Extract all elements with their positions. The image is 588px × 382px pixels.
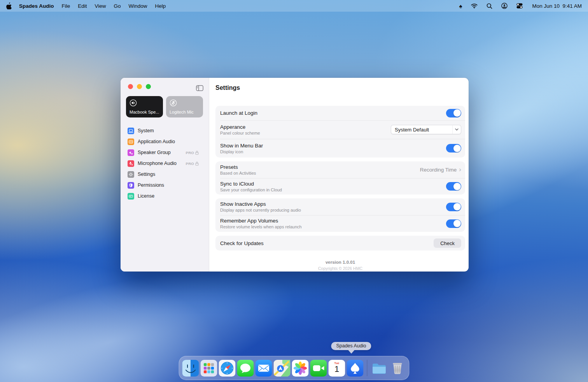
dock-mail-icon[interactable]: [256, 360, 272, 377]
menu-help[interactable]: Help: [151, 3, 170, 9]
menubar-clock[interactable]: Mon Jun 10 9:41 AM: [532, 3, 582, 9]
dock-maps-icon[interactable]: [274, 360, 290, 377]
search-icon[interactable]: [486, 3, 492, 9]
row-label: Show in Menu Bar: [220, 143, 263, 149]
sidebar-item-label: Settings: [138, 172, 155, 177]
sidebar-nav: System Application Audio Speaker Group P…: [126, 127, 204, 200]
row-sublabel: Save your configuration in Cloud: [220, 187, 282, 192]
chevron-right-icon: ›: [459, 166, 461, 173]
copyright-text: Copyrights © 2026 HMC: [215, 266, 465, 271]
check-updates-button[interactable]: Check: [434, 238, 461, 248]
appearance-select[interactable]: System Default: [391, 125, 461, 134]
dock-divider: [367, 360, 368, 376]
launch-at-login-toggle[interactable]: [446, 109, 461, 117]
show-in-menu-bar-toggle[interactable]: [446, 144, 461, 152]
mic-plus-icon: [128, 160, 134, 167]
sidebar-item-label: Application Audio: [138, 139, 175, 144]
sidebar-item-microphone-audio[interactable]: Microphone Audio PRO: [126, 159, 204, 167]
dock-safari-icon[interactable]: [219, 360, 236, 377]
control-center-icon[interactable]: [516, 3, 523, 9]
app-window-icon: [128, 138, 134, 145]
menu-go[interactable]: Go: [110, 3, 125, 9]
sidebar-item-settings[interactable]: Settings: [126, 170, 204, 178]
sidebar-item-label: System: [138, 128, 154, 133]
sidebar-item-license[interactable]: License: [126, 192, 204, 200]
dock-calendar-icon[interactable]: Tue 1: [329, 360, 345, 377]
speaker-circle-icon: [130, 99, 159, 108]
zoom-button[interactable]: [146, 84, 151, 89]
lock-icon: [195, 161, 199, 166]
device-name: Macbook Spe...: [130, 110, 159, 114]
dock-tooltip: Spades Audio: [331, 342, 371, 350]
sidebar-item-application-audio[interactable]: Application Audio: [126, 138, 204, 145]
row-sublabel: Restore volume levels when apps relaunch: [220, 224, 302, 229]
pro-badge: PRO: [186, 161, 199, 166]
row-sync-to-icloud: Sync to iCloud Save your configuration i…: [215, 178, 465, 195]
device-name: Logitech Mic: [170, 110, 200, 114]
dock-facetime-icon[interactable]: [310, 360, 327, 377]
sidebar-item-label: Microphone Audio: [138, 161, 177, 166]
settings-group-updates: Check for Updates Check: [215, 236, 465, 251]
menu-edit[interactable]: Edit: [74, 3, 91, 9]
sidebar-item-permissions[interactable]: Permissions: [126, 181, 204, 189]
row-sublabel: Based on Activities: [220, 171, 256, 175]
dock: Tue 1: [179, 356, 410, 380]
presets-value: Recording Time: [420, 167, 457, 173]
sidebar-item-label: Speaker Group: [138, 150, 171, 155]
gear-icon: [128, 171, 134, 178]
dock-spades-audio-icon[interactable]: [347, 360, 364, 377]
dock-photos-icon[interactable]: [292, 360, 309, 377]
row-check-for-updates: Check for Updates Check: [215, 236, 465, 251]
dock-launchpad-icon[interactable]: [201, 360, 217, 377]
dock-trash-icon[interactable]: [389, 360, 406, 377]
sidebar-item-system[interactable]: System: [126, 127, 204, 135]
version-text: version 1.0.01: [215, 260, 465, 265]
calendar-day: 1: [329, 364, 345, 374]
close-button[interactable]: [128, 84, 133, 89]
menu-app-name[interactable]: Spades Audio: [15, 3, 58, 9]
user-account-icon[interactable]: [501, 3, 508, 9]
sync-to-icloud-toggle[interactable]: [446, 182, 461, 191]
row-show-in-menu-bar: Show in Menu Bar Display icon: [215, 139, 465, 158]
row-label: Remember App Volumes: [220, 218, 302, 224]
row-sublabel: Panel colour scheme: [220, 131, 260, 135]
dock-finder-icon[interactable]: [182, 360, 199, 377]
row-remember-app-volumes: Remember App Volumes Restore volume leve…: [215, 215, 465, 232]
window-sidebar: Macbook Spe... Logitech Mic: [121, 78, 209, 272]
device-card-macbook-speakers[interactable]: Macbook Spe...: [126, 96, 163, 117]
row-appearance: Apperance Panel colour scheme System Def…: [215, 120, 465, 139]
row-label: Apperance: [220, 124, 260, 130]
app-window: Macbook Spe... Logitech Mic: [121, 78, 469, 272]
sidebar-item-speaker-group[interactable]: Speaker Group PRO: [126, 149, 204, 156]
wifi-icon[interactable]: [471, 4, 478, 9]
device-cards: Macbook Spe... Logitech Mic: [126, 96, 204, 117]
laptop-icon: [128, 128, 134, 134]
show-inactive-apps-toggle[interactable]: [446, 203, 461, 211]
menu-file[interactable]: File: [58, 3, 74, 9]
row-label: Show Inactive Apps: [220, 201, 301, 207]
spade-status-icon[interactable]: ♠: [459, 3, 462, 9]
row-label: Launch at Login: [220, 110, 257, 116]
speaker-plus-icon: [128, 149, 134, 156]
dock-messages-icon[interactable]: [237, 360, 254, 377]
appearance-select-value: System Default: [391, 127, 452, 133]
dock-downloads-folder-icon[interactable]: [371, 360, 388, 377]
row-show-inactive-apps: Show Inactive Apps Display apps not curr…: [215, 198, 465, 215]
device-card-logitech-mic[interactable]: Logitech Mic: [166, 96, 203, 117]
sidebar-item-label: License: [138, 193, 154, 199]
row-label: Presets: [220, 164, 256, 170]
menu-window[interactable]: Window: [125, 3, 151, 9]
chevron-down-icon: [452, 125, 461, 134]
remember-app-volumes-toggle[interactable]: [446, 219, 461, 228]
row-presets[interactable]: Presets Based on Activities Recording Ti…: [215, 161, 465, 178]
lock-icon: [195, 151, 199, 155]
row-sublabel: Display apps not currently producing aud…: [220, 208, 301, 212]
license-card-icon: [128, 193, 134, 200]
traffic-lights: [128, 84, 204, 89]
mic-muted-circle-icon: [170, 99, 200, 108]
apple-menu-icon[interactable]: [6, 2, 12, 9]
minimize-button[interactable]: [137, 84, 142, 89]
sidebar-toggle-icon[interactable]: [196, 85, 203, 93]
menu-view[interactable]: View: [91, 3, 110, 9]
row-label: Sync to iCloud: [220, 181, 282, 187]
